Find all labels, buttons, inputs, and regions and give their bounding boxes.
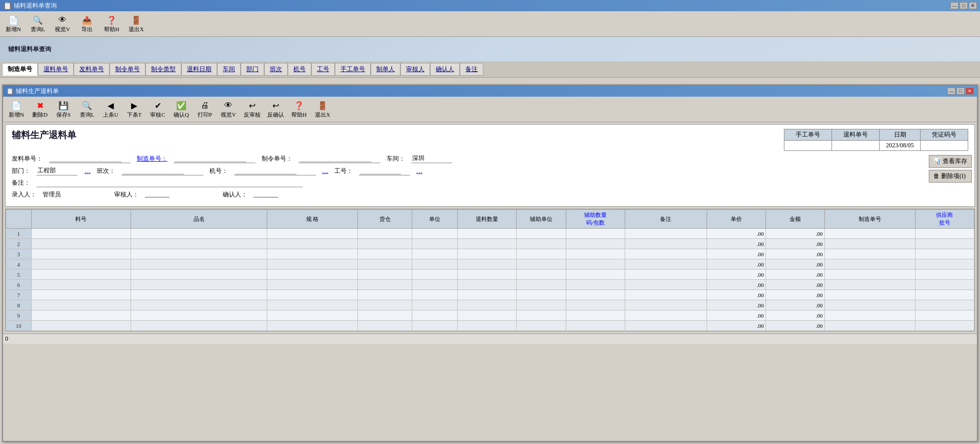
tab-machine[interactable]: 机号 bbox=[288, 63, 311, 76]
toolbar-preview-label: 视览V bbox=[55, 26, 70, 33]
toolbar-new-button[interactable]: 📄 新增N bbox=[3, 13, 24, 35]
tab-workshop[interactable]: 车间 bbox=[217, 63, 241, 76]
page-title-area: 辅料退料单查询 bbox=[0, 37, 980, 61]
tab-auditor[interactable]: 审核人 bbox=[400, 63, 430, 76]
tab-return-date[interactable]: 退料日期 bbox=[181, 63, 217, 76]
help-icon: ❓ bbox=[105, 14, 118, 26]
tab-dept[interactable]: 部门 bbox=[241, 63, 264, 76]
maximize-button[interactable]: □ bbox=[960, 2, 968, 9]
tab-remark[interactable]: 备注 bbox=[460, 63, 483, 76]
preview-icon: 👁 bbox=[56, 14, 69, 26]
tab-worker[interactable]: 工号 bbox=[311, 63, 335, 76]
title-bar-controls: — □ ✕ bbox=[950, 2, 977, 9]
toolbar-query-button[interactable]: 🔍 查询L bbox=[28, 13, 48, 35]
main-toolbar: 📄 新增N 🔍 查询L 👁 视览V 📤 导出 ❓ 帮助H 🚪 退出X bbox=[0, 11, 980, 37]
tab-order-type[interactable]: 制令类型 bbox=[145, 63, 181, 76]
toolbar-help-label: 帮助H bbox=[104, 26, 119, 33]
app-title: 辅料退料单查询 bbox=[14, 2, 57, 10]
export-icon: 📤 bbox=[81, 14, 93, 26]
page-title: 辅料退料单查询 bbox=[8, 45, 51, 54]
tab-creator[interactable]: 制单人 bbox=[371, 63, 400, 76]
app-icon: 📋 bbox=[3, 2, 12, 10]
toolbar-export-label: 导出 bbox=[81, 26, 93, 33]
toolbar-preview-button[interactable]: 👁 视览V bbox=[52, 13, 73, 35]
toolbar-exit-button[interactable]: 🚪 退出X bbox=[126, 13, 146, 35]
tab-order-no[interactable]: 制令单号 bbox=[110, 63, 145, 76]
tab-return-no[interactable]: 退料单号 bbox=[38, 63, 74, 76]
query-icon: 🔍 bbox=[32, 14, 44, 26]
tab-mfg-no[interactable]: 制造单号 bbox=[2, 63, 38, 76]
filter-tabs: 制造单号 退料单号 发料单号 制令单号 制令类型 退料日期 车间 部门 班次 机… bbox=[0, 61, 980, 78]
tab-shift[interactable]: 班次 bbox=[264, 63, 288, 76]
toolbar-query-label: 查询L bbox=[31, 26, 46, 33]
toolbar-exit-label: 退出X bbox=[129, 26, 144, 33]
title-bar: 📋 辅料退料单查询 — □ ✕ bbox=[0, 0, 980, 11]
close-button[interactable]: ✕ bbox=[969, 2, 977, 9]
toolbar-new-label: 新增N bbox=[6, 26, 21, 33]
tab-confirmer[interactable]: 确认人 bbox=[430, 63, 460, 76]
exit-icon: 🚪 bbox=[130, 14, 142, 26]
new-icon: 📄 bbox=[7, 14, 19, 26]
toolbar-export-button[interactable]: 📤 导出 bbox=[77, 13, 97, 35]
tab-manual-no[interactable]: 手工单号 bbox=[335, 63, 371, 76]
tab-issue-no[interactable]: 发料单号 bbox=[74, 63, 110, 76]
minimize-button[interactable]: — bbox=[950, 2, 958, 9]
toolbar-help-button[interactable]: ❓ 帮助H bbox=[101, 13, 122, 35]
